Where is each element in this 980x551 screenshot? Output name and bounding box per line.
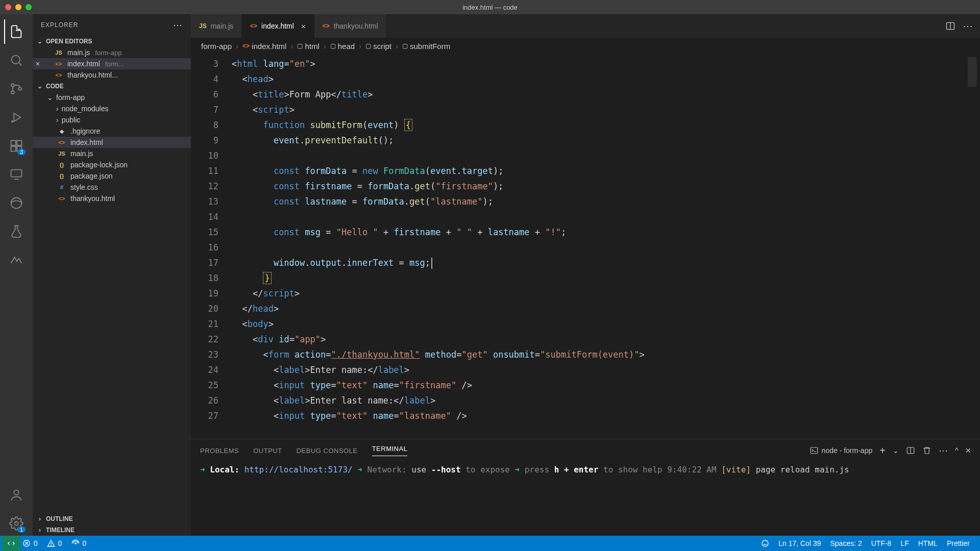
workspace-label: CODE (46, 83, 64, 90)
status-warnings[interactable]: 0 (47, 539, 62, 547)
activity-bar: 3 1 (0, 14, 33, 536)
svg-point-19 (762, 540, 768, 546)
close-panel-icon[interactable]: × (965, 445, 971, 456)
status-language[interactable]: HTML (918, 539, 938, 547)
js-file-icon: JS (53, 49, 64, 56)
tab-thankyou-html[interactable]: <> thankyou.html (314, 14, 387, 38)
status-prettier[interactable]: Prettier (947, 539, 970, 547)
new-terminal-icon[interactable]: + (879, 445, 886, 457)
svg-point-11 (14, 490, 18, 495)
status-cursor-position[interactable]: Ln 17, Col 39 (778, 539, 821, 547)
open-editors-header[interactable]: ⌄ OPEN EDITORS (33, 36, 191, 47)
file-name: package-lock.json (70, 161, 128, 169)
source-control-icon[interactable] (4, 77, 29, 101)
open-editor-item[interactable]: JS main.js form-app (33, 47, 191, 58)
folder-name: form-app (56, 93, 85, 102)
split-terminal-icon[interactable] (906, 446, 915, 455)
chevron-right-icon: › (56, 105, 59, 113)
svg-point-3 (18, 87, 21, 90)
split-editor-icon[interactable] (945, 21, 955, 31)
panel-tab-terminal[interactable]: TERMINAL (372, 445, 408, 456)
outline-header[interactable]: › OUTLINE (33, 513, 191, 524)
minimize-window-icon[interactable] (15, 4, 21, 10)
maximize-window-icon[interactable] (26, 4, 32, 10)
file-name: style.css (70, 183, 98, 191)
symbol-icon: ▢ (330, 42, 336, 49)
html-file-icon: <> (242, 42, 250, 49)
settings-gear-icon[interactable]: 1 (4, 511, 29, 536)
terminal-dropdown-icon[interactable]: ⌄ (893, 446, 899, 455)
file-item[interactable]: # style.css (33, 182, 191, 193)
file-name: index.html (70, 138, 103, 146)
close-window-icon[interactable] (5, 4, 11, 10)
timeline-header[interactable]: › TIMELINE (33, 524, 191, 536)
svg-point-10 (11, 198, 22, 209)
search-icon[interactable] (4, 48, 29, 72)
html-file-icon: <> (250, 22, 257, 30)
open-editor-detail: form... (103, 60, 124, 68)
breadcrumb-item: ▢head (330, 42, 355, 51)
panel-more-icon[interactable]: ⋯ (939, 445, 948, 456)
status-ports[interactable]: 0 (71, 539, 87, 547)
wallaby-icon[interactable] (4, 248, 29, 272)
code-content[interactable]: <html lang="en"> <head> <title>Form App<… (232, 54, 980, 439)
folder-item[interactable]: › node_modules (33, 103, 191, 114)
status-errors[interactable]: 0 (22, 539, 38, 547)
svg-rect-6 (17, 141, 21, 145)
bottom-panel: PROBLEMS OUTPUT DEBUG CONSOLE TERMINAL n… (191, 439, 980, 536)
open-editor-item[interactable]: × <> index.html form... (33, 58, 191, 69)
file-item[interactable]: <> thankyou.html (33, 193, 191, 204)
more-actions-icon[interactable]: ⋯ (963, 20, 973, 32)
run-debug-icon[interactable] (4, 105, 29, 130)
panel-tab-debug-console[interactable]: DEBUG CONSOLE (297, 447, 358, 455)
folder-root[interactable]: ⌄ form-app (33, 92, 191, 103)
file-item[interactable]: JS main.js (33, 148, 191, 159)
account-icon[interactable] (4, 483, 29, 507)
close-tab-icon[interactable]: × (301, 22, 306, 31)
tab-label: thankyou.html (334, 22, 378, 30)
breadcrumbs[interactable]: form-app › <>index.html › ▢html › ▢head … (191, 38, 980, 54)
panel-tab-output[interactable]: OUTPUT (253, 447, 282, 455)
status-indentation[interactable]: Spaces: 2 (830, 539, 862, 547)
html-file-icon: <> (56, 195, 67, 202)
open-editor-name: thankyou.html... (67, 71, 118, 79)
folder-item[interactable]: › public (33, 114, 191, 126)
open-editor-detail: form-app (93, 49, 121, 57)
status-encoding[interactable]: UTF-8 (871, 539, 892, 547)
svg-rect-9 (11, 170, 22, 177)
file-item[interactable]: {} package-lock.json (33, 159, 191, 170)
edge-tools-icon[interactable] (4, 191, 29, 215)
kill-terminal-icon[interactable] (922, 446, 932, 455)
status-bar: 0 0 0 Ln 17, Col 39 Spaces: 2 UTF-8 LF H… (0, 536, 980, 551)
svg-point-12 (15, 522, 18, 525)
titlebar: index.html — code (0, 0, 980, 14)
minimap[interactable] (968, 57, 977, 87)
testing-icon[interactable] (4, 219, 29, 244)
explorer-icon[interactable] (4, 19, 29, 44)
close-editor-icon[interactable]: × (36, 60, 40, 68)
explorer-more-icon[interactable]: ⋯ (173, 19, 183, 31)
open-editor-item[interactable]: <> thankyou.html... (33, 69, 191, 81)
html-file-icon: <> (53, 61, 64, 67)
editor-area: JS main.js <> index.html × <> thankyou.h… (191, 14, 980, 536)
file-item[interactable]: {} package.json (33, 170, 191, 182)
tab-main-js[interactable]: JS main.js (191, 14, 242, 38)
workspace-header[interactable]: ⌄ CODE (33, 81, 191, 92)
editor-tabs: JS main.js <> index.html × <> thankyou.h… (191, 14, 980, 38)
code-editor[interactable]: 3467891011121314151617181920212223242526… (191, 54, 980, 439)
panel-tab-problems[interactable]: PROBLEMS (200, 447, 239, 455)
tab-index-html[interactable]: <> index.html × (242, 14, 314, 38)
remote-indicator[interactable] (2, 536, 20, 551)
term-local-label: Local: (210, 465, 239, 474)
maximize-panel-icon[interactable]: ^ (955, 446, 959, 455)
window-controls[interactable] (5, 4, 32, 10)
status-eol[interactable]: LF (900, 539, 909, 547)
extensions-icon[interactable]: 3 (4, 134, 29, 158)
remote-explorer-icon[interactable] (4, 162, 29, 187)
terminal-task-label[interactable]: node - form-app (810, 446, 873, 455)
file-item[interactable]: ◆ .hgignore (33, 126, 191, 137)
status-feedback-icon[interactable] (761, 539, 769, 547)
term-local-url[interactable]: http://localhost:5173/ (244, 465, 353, 474)
file-item[interactable]: <> index.html (33, 137, 191, 148)
terminal-output[interactable]: ➜ Local: http://localhost:5173/ ➜ Networ… (191, 462, 980, 536)
